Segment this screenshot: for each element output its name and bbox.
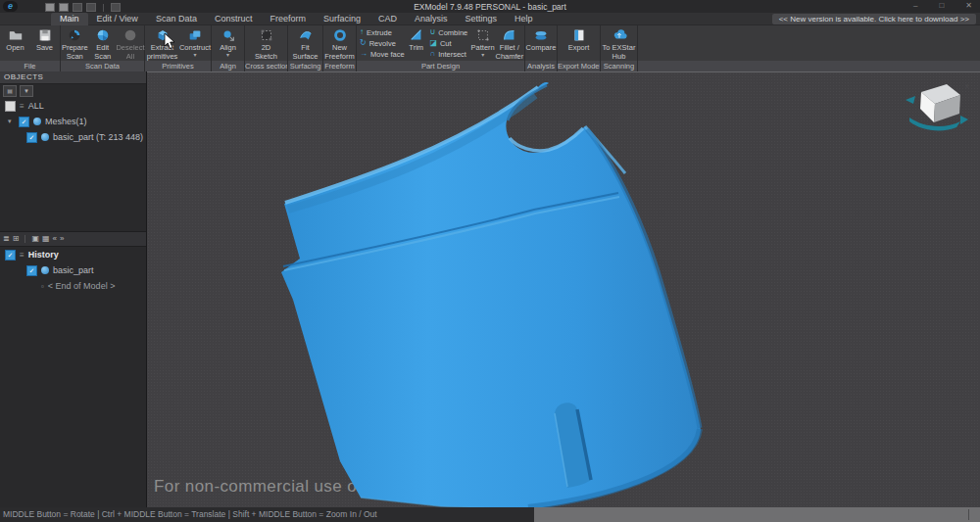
tree-label: Meshes(1): [45, 117, 87, 126]
menu-freeform[interactable]: Freeform: [261, 13, 315, 25]
save-floppy-icon: [37, 27, 53, 43]
checkbox[interactable]: ✓: [19, 117, 29, 127]
button-label: Combine: [438, 28, 467, 37]
mouse-cursor: [164, 32, 175, 50]
ribbon-group-cross-sections: 2D Sketch Cross sections: [245, 25, 288, 71]
menu-edit-view[interactable]: Edit / View: [88, 13, 147, 25]
fit-surface-icon: [298, 27, 314, 43]
resize-grip[interactable]: [968, 509, 969, 520]
tree-label: basic_part: [53, 265, 94, 275]
move-face-icon: →: [360, 50, 368, 58]
intersect-icon: ∩: [429, 50, 435, 58]
objects-panel-title: OBJECTS: [0, 71, 146, 84]
pattern-button[interactable]: Pattern ▾: [471, 25, 495, 61]
export-button[interactable]: Export: [564, 25, 595, 61]
history-last-button[interactable]: »: [60, 234, 64, 244]
ribbon-group-label: Export Model: [558, 61, 600, 71]
checkbox[interactable]: [5, 101, 16, 112]
tree-label: History: [28, 250, 59, 260]
prepare-scan-icon: [67, 27, 82, 43]
status-bar: MIDDLE Button = Rotate | Ctrl + MIDDLE B…: [0, 507, 980, 522]
tree-item-history[interactable]: ✓ ≡ History: [0, 247, 146, 262]
update-notification[interactable]: << New version is available. Click here …: [772, 14, 976, 24]
combine-button[interactable]: ∪Combine: [429, 28, 467, 37]
construct-icon: [187, 27, 203, 43]
combine-icon: ∪: [429, 28, 435, 36]
mesh-icon: [41, 266, 49, 274]
cut-icon: ◪: [429, 39, 437, 47]
minimize-button[interactable]: –: [913, 1, 917, 10]
extrude-button[interactable]: ↑Extrude: [360, 28, 403, 37]
history-step-button-1[interactable]: ▣: [31, 234, 39, 244]
menu-scan-data[interactable]: Scan Data: [147, 13, 206, 25]
tree-label: ALL: [28, 101, 44, 111]
button-label: Extrude: [367, 28, 392, 37]
ribbon-group-label: Scan Data: [61, 61, 144, 71]
tree-item-meshes[interactable]: ▾ ✓ Meshes(1): [0, 114, 146, 129]
deselect-all-button[interactable]: Deselect All: [117, 25, 144, 61]
menu-cad[interactable]: CAD: [369, 13, 406, 25]
objects-list-view-button[interactable]: ▤: [3, 85, 17, 97]
history-first-button[interactable]: «: [53, 234, 57, 244]
history-tree-button[interactable]: ⊞: [13, 234, 20, 244]
open-button[interactable]: Open: [1, 25, 30, 61]
tree-item-history-basic-part[interactable]: ✓ basic_part: [0, 262, 146, 278]
trim-button[interactable]: Trim: [406, 25, 426, 61]
button-label: Export: [568, 44, 590, 53]
cut-button[interactable]: ◪Cut: [429, 39, 467, 48]
menu-main[interactable]: Main: [51, 13, 88, 25]
button-label: Cut: [440, 39, 452, 48]
side-panel: OBJECTS ▤ ▼ ≡ ALL ▾ ✓ Meshes(1) ✓ basic_…: [0, 71, 147, 507]
menu-bar: Main Edit / View Scan Data Construct Fre…: [0, 13, 980, 25]
revolve-button[interactable]: ↻Revolve: [360, 39, 403, 48]
ribbon-group-label: Cross sections: [245, 61, 287, 71]
compare-button[interactable]: Compare: [525, 25, 557, 61]
close-button[interactable]: ✕: [965, 1, 972, 10]
maximize-button[interactable]: □: [939, 1, 944, 10]
mesh-icon: [33, 118, 41, 125]
button-label: Open: [6, 44, 24, 53]
2d-sketch-button[interactable]: 2D Sketch: [251, 25, 282, 61]
tree-item-basic-part[interactable]: ✓ basic_part (T: 213 448): [0, 129, 146, 145]
align-icon: [220, 27, 236, 43]
align-button[interactable]: Align ▾: [213, 25, 244, 61]
chevron-down-icon: ▾: [226, 53, 229, 58]
expander-icon[interactable]: ▾: [8, 118, 15, 125]
exstar-hub-cloud-icon: [612, 27, 627, 43]
intersect-button[interactable]: ∩Intersect: [429, 50, 467, 59]
new-freeform-button[interactable]: New Freeform: [324, 25, 356, 61]
objects-filter-button[interactable]: ▼: [20, 85, 33, 97]
construct-button[interactable]: Construct ▾: [179, 25, 211, 61]
tree-item-all[interactable]: ≡ ALL: [0, 98, 146, 114]
history-toolbar: ≣ ⊞ ▣ ▦ « »: [0, 231, 146, 247]
history-step-button-2[interactable]: ▦: [42, 234, 50, 244]
prepare-scan-button[interactable]: Prepare Scan: [61, 25, 89, 61]
checkbox[interactable]: ✓: [26, 265, 37, 276]
fit-surface-button[interactable]: Fit Surface: [290, 25, 321, 61]
menu-analysis[interactable]: Analysis: [406, 13, 457, 25]
viewport-3d[interactable]: For non-commercial use only: [147, 71, 980, 507]
menu-surfacing[interactable]: Surfacing: [315, 13, 369, 25]
checkbox[interactable]: ✓: [5, 250, 16, 261]
menu-construct[interactable]: Construct: [206, 13, 262, 25]
viewcube-left-arrow: [906, 96, 915, 104]
view-cube[interactable]: x: [904, 78, 974, 133]
ribbon-group-label: Surfacing: [288, 61, 322, 71]
tree-item-end-of-model[interactable]: ▫ < End of Model >: [0, 278, 146, 294]
save-button[interactable]: Save: [30, 25, 60, 61]
history-list-button[interactable]: ≣: [3, 234, 10, 244]
move-face-button[interactable]: →Move face: [360, 50, 403, 59]
menu-help[interactable]: Help: [506, 13, 542, 25]
button-label: Fit Surface: [293, 44, 318, 61]
ribbon-group-label: File: [0, 61, 60, 71]
ribbon-group-label: Align: [212, 61, 244, 71]
mouse-hint-text: MIDDLE Button = Rotate | Ctrl + MIDDLE B…: [0, 507, 534, 522]
deselect-all-icon: [122, 27, 138, 43]
menu-settings[interactable]: Settings: [457, 13, 507, 25]
fillet-chamfer-button[interactable]: Fillet / Chamfer: [495, 25, 524, 61]
edit-scan-button[interactable]: Edit Scan: [89, 25, 118, 61]
exstar-hub-button[interactable]: To EXStar Hub: [602, 25, 637, 61]
part-3d-model[interactable]: [147, 72, 980, 508]
ribbon-group-freeform: New Freeform Freeform: [323, 25, 357, 71]
checkbox[interactable]: ✓: [26, 132, 37, 143]
